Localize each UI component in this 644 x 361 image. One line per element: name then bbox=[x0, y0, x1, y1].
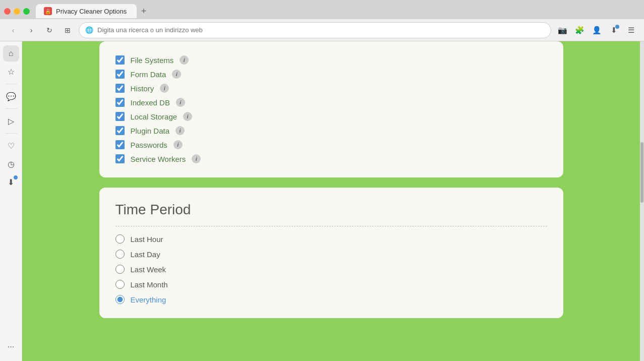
last-month-radio[interactable] bbox=[115, 280, 125, 289]
address-input[interactable] bbox=[97, 26, 545, 34]
extension-icon[interactable]: 🧩 bbox=[572, 23, 587, 37]
service-workers-label: Service Workers bbox=[131, 155, 186, 163]
reload-button[interactable]: ↻ bbox=[42, 23, 56, 37]
close-button[interactable] bbox=[4, 8, 11, 15]
passwords-info[interactable]: i bbox=[173, 140, 183, 149]
history-label: History bbox=[131, 84, 154, 93]
last-hour-label: Last Hour bbox=[131, 235, 163, 244]
radio-row-everything: Everything bbox=[115, 295, 547, 304]
checkbox-row-history: History i bbox=[115, 84, 547, 93]
indexed-db-info[interactable]: i bbox=[176, 98, 185, 107]
profile-icon[interactable]: 👤 bbox=[590, 23, 604, 37]
local-storage-checkbox[interactable] bbox=[115, 112, 125, 121]
grid-button[interactable]: ⊞ bbox=[61, 23, 75, 37]
page-content: File Systems i Form Data i History i bbox=[89, 41, 573, 361]
new-tab-button[interactable]: + bbox=[137, 4, 151, 18]
indexed-db-checkbox[interactable] bbox=[115, 98, 125, 107]
service-workers-checkbox[interactable] bbox=[115, 154, 125, 163]
time-period-divider bbox=[115, 226, 547, 226]
camera-icon[interactable]: 📷 bbox=[555, 23, 569, 37]
file-systems-checkbox[interactable] bbox=[115, 55, 125, 65]
sidebar: ⌂ ☆ 💬 ▷ ♡ ◷ ⬇ ··· bbox=[0, 41, 22, 361]
radio-row-last-day: Last Day bbox=[115, 250, 547, 259]
toolbar-right: 📷 🧩 👤 ⬇ ☰ bbox=[555, 23, 638, 37]
main-layout: ⌂ ☆ 💬 ▷ ♡ ◷ ⬇ ··· File Systems bbox=[0, 41, 644, 361]
traffic-lights bbox=[4, 8, 30, 15]
checkboxes-card: File Systems i Form Data i History i bbox=[99, 41, 563, 177]
last-hour-radio[interactable] bbox=[115, 234, 125, 244]
file-systems-info[interactable]: i bbox=[180, 55, 189, 65]
checkbox-row-plugin-data: Plugin Data i bbox=[115, 126, 547, 135]
last-day-label: Last Day bbox=[131, 250, 160, 259]
browser-chrome: 🔒 Privacy Cleaner Options + ‹ › ↻ ⊞ 🌐 📷 … bbox=[0, 0, 644, 41]
sidebar-badge bbox=[14, 175, 18, 179]
radio-row-last-week: Last Week bbox=[115, 265, 547, 274]
sidebar-item-play[interactable]: ▷ bbox=[3, 113, 19, 129]
toolbar: ‹ › ↻ ⊞ 🌐 📷 🧩 👤 ⬇ ☰ bbox=[0, 19, 644, 41]
sidebar-item-home[interactable]: ⌂ bbox=[3, 45, 19, 62]
tab-title: Privacy Cleaner Options bbox=[56, 8, 127, 15]
sidebar-item-heart[interactable]: ♡ bbox=[3, 138, 19, 154]
sidebar-item-history[interactable]: ◷ bbox=[3, 156, 19, 172]
checkbox-row-service-workers: Service Workers i bbox=[115, 154, 547, 163]
plugin-data-checkbox[interactable] bbox=[115, 126, 125, 135]
tab-bar: 🔒 Privacy Cleaner Options + bbox=[0, 0, 644, 19]
sidebar-divider-3 bbox=[5, 133, 17, 134]
download-button[interactable]: ⬇ bbox=[607, 23, 621, 37]
content-area: File Systems i Form Data i History i bbox=[22, 41, 640, 361]
form-data-info[interactable]: i bbox=[172, 70, 181, 79]
last-month-label: Last Month bbox=[131, 280, 168, 289]
maximize-button[interactable] bbox=[23, 8, 30, 15]
checkbox-row-indexed-db: Indexed DB i bbox=[115, 98, 547, 107]
time-period-card: Time Period Last Hour Last Day bbox=[99, 188, 563, 318]
address-bar[interactable]: 🌐 bbox=[79, 22, 551, 38]
local-storage-label: Local Storage bbox=[131, 112, 178, 121]
sidebar-item-favorites[interactable]: ☆ bbox=[3, 64, 19, 80]
indexed-db-label: Indexed DB bbox=[131, 98, 170, 107]
checkbox-list: File Systems i Form Data i History i bbox=[115, 55, 547, 163]
radio-row-last-hour: Last Hour bbox=[115, 234, 547, 244]
service-workers-info[interactable]: i bbox=[192, 154, 201, 163]
forward-button[interactable]: › bbox=[24, 23, 38, 37]
menu-button[interactable]: ☰ bbox=[624, 23, 638, 37]
sidebar-item-downloads[interactable]: ⬇ bbox=[3, 174, 19, 190]
history-checkbox[interactable] bbox=[115, 84, 125, 93]
sidebar-item-whatsapp[interactable]: 💬 bbox=[3, 88, 19, 104]
checkbox-row-local-storage: Local Storage i bbox=[115, 112, 547, 121]
passwords-label: Passwords bbox=[131, 141, 167, 149]
scrollbar-thumb[interactable] bbox=[640, 142, 643, 203]
tab-favicon: 🔒 bbox=[44, 7, 52, 15]
last-day-radio[interactable] bbox=[115, 250, 125, 259]
sidebar-more-button[interactable]: ··· bbox=[3, 339, 19, 355]
everything-radio[interactable] bbox=[115, 295, 125, 304]
sidebar-divider-1 bbox=[5, 84, 17, 84]
passwords-checkbox[interactable] bbox=[115, 140, 125, 149]
checkbox-row-passwords: Passwords i bbox=[115, 140, 547, 149]
last-week-radio[interactable] bbox=[115, 265, 125, 274]
radio-row-last-month: Last Month bbox=[115, 280, 547, 289]
sidebar-divider-2 bbox=[5, 108, 17, 109]
local-storage-info[interactable]: i bbox=[183, 112, 192, 121]
active-tab[interactable]: 🔒 Privacy Cleaner Options bbox=[36, 4, 137, 18]
plugin-data-label: Plugin Data bbox=[131, 127, 170, 135]
minimize-button[interactable] bbox=[14, 8, 20, 15]
file-systems-label: File Systems bbox=[131, 56, 174, 65]
history-info[interactable]: i bbox=[160, 84, 169, 93]
everything-label: Everything bbox=[131, 295, 166, 304]
checkbox-row-form-data: Form Data i bbox=[115, 70, 547, 79]
radio-list: Last Hour Last Day Last Week Las bbox=[115, 234, 547, 304]
scrollbar[interactable] bbox=[640, 41, 644, 361]
time-period-title: Time Period bbox=[115, 202, 547, 218]
checkbox-row-file-systems: File Systems i bbox=[115, 55, 547, 65]
back-button[interactable]: ‹ bbox=[6, 23, 20, 37]
plugin-data-info[interactable]: i bbox=[175, 126, 185, 135]
secure-icon: 🌐 bbox=[85, 26, 93, 34]
form-data-checkbox[interactable] bbox=[115, 70, 125, 79]
last-week-label: Last Week bbox=[131, 265, 166, 274]
download-badge bbox=[615, 25, 619, 29]
form-data-label: Form Data bbox=[131, 70, 166, 79]
